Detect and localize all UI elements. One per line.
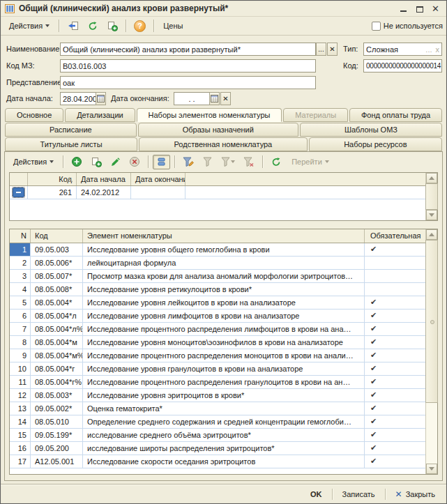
ok-button[interactable]: OK [306, 489, 326, 500]
clear-filter-button[interactable] [240, 155, 258, 169]
tab[interactable]: Наборы элементов номенклатуры [137, 108, 282, 122]
cell-element[interactable]: Исследование уровня ретикулоцитов в кров… [83, 283, 365, 296]
name-select-button[interactable]: ... [316, 43, 326, 56]
elements-table-row[interactable]: 16 09.05.200 исследование широты распред… [10, 442, 425, 455]
close-button[interactable]: ✕ Закрыть [391, 488, 439, 501]
cell-element[interactable]: Оценка гематокрита* [83, 402, 365, 415]
cell-element[interactable]: Исследование процентного распределения л… [83, 323, 365, 335]
cell-required-checkmark[interactable]: ✔ [365, 429, 425, 441]
elements-table-row[interactable]: 1 09.05.003 Исследование уровня общего г… [10, 243, 425, 257]
cell-n[interactable]: 1 [10, 243, 31, 256]
cell-required-checkmark[interactable]: ✔ [365, 310, 425, 322]
cell-n[interactable]: 13 [10, 402, 31, 415]
cell-code[interactable]: 08.05.008* [31, 283, 83, 296]
prices-button[interactable]: Цены [158, 19, 188, 33]
elements-table-row[interactable]: 2 08.05.006* лейкоцитарная формула [10, 257, 425, 270]
header-date-end[interactable]: Дата окончания [131, 173, 185, 185]
elements-table-row[interactable]: 15 09.05.199* исследование среднего объё… [10, 429, 425, 442]
cell-required-checkmark[interactable] [365, 270, 425, 282]
cell-element[interactable]: лейкоцитарная формула [83, 257, 365, 269]
cell-n[interactable]: 5 [10, 296, 31, 309]
elements-table-row[interactable]: 6 08.05.004*л Исследование уровня лимфоц… [10, 310, 425, 323]
scroll-down-icon[interactable] [426, 210, 437, 220]
date-start-calendar-button[interactable] [96, 92, 106, 105]
tab[interactable]: Фонд оплаты труда [349, 108, 442, 122]
not-used-checkbox[interactable] [372, 22, 381, 31]
cell-element[interactable]: Исследование уровня лимфоцитов в крови н… [83, 310, 365, 322]
cell-code[interactable]: 261 [28, 186, 77, 199]
elements-table-row[interactable]: 10 08.05.004*г Исследование уровня грану… [10, 362, 425, 376]
elements-table-row[interactable]: 11 08.05.004*г% Исследование процентного… [10, 376, 425, 389]
cell-element[interactable]: Исследование скорости оседания эритроцит… [83, 455, 365, 468]
cell-code[interactable]: A12.05.001 [31, 455, 83, 468]
scroll-down-icon[interactable] [426, 464, 437, 474]
cell-code[interactable]: 08.05.010 [31, 415, 83, 428]
elements-table-row[interactable]: 14 08.05.010 Определение среднего содерж… [10, 415, 425, 429]
cell-element[interactable]: Исследование уровня гранулоцитов в крови… [83, 362, 365, 375]
presentation-input[interactable]: оак [60, 76, 316, 89]
help-button[interactable]: ? [130, 19, 149, 33]
cell-required-checkmark[interactable] [365, 283, 425, 296]
cell-element[interactable]: Исследование уровня моноцитов\эозинофило… [83, 336, 365, 349]
goto-menu-button[interactable]: Перейти [287, 155, 334, 169]
cell-code[interactable]: 09.05.200 [31, 442, 83, 455]
cell-date-end[interactable] [131, 186, 185, 199]
save-button[interactable]: Записать [338, 489, 379, 500]
name-clear-button[interactable]: ✕ [327, 43, 338, 56]
refresh-table-button[interactable] [267, 155, 285, 169]
type-input[interactable]: Сложная ...x [363, 43, 442, 56]
cell-required-checkmark[interactable]: ✔ [365, 323, 425, 335]
cell-element[interactable]: Просмотр мазка крови для анализа аномали… [83, 270, 365, 282]
elements-table-row[interactable]: 9 08.05.004*м% Исследование процентного … [10, 349, 425, 362]
elements-table-row[interactable]: 17 A12.05.001 Исследование скорости осед… [10, 455, 425, 468]
cell-code[interactable]: 08.05.004*г% [31, 376, 83, 388]
filter-history-button[interactable] [218, 155, 238, 169]
cell-required-checkmark[interactable]: ✔ [365, 455, 425, 468]
date-end-clear-button[interactable]: ✕ [220, 92, 231, 105]
header-n[interactable]: N [10, 229, 31, 243]
cell-required-checkmark[interactable]: ✔ [365, 296, 425, 309]
cell-required-checkmark[interactable]: ✔ [365, 376, 425, 388]
elements-table-row[interactable]: 5 08.05.004* Исследование уровня лейкоци… [10, 296, 425, 310]
cell-code[interactable]: 08.05.004*л% [31, 323, 83, 335]
cell-required-checkmark[interactable]: ✔ [365, 349, 425, 362]
delete-row-button[interactable] [126, 155, 144, 169]
cell-code[interactable]: 08.05.007* [31, 270, 83, 282]
cell-element[interactable]: исследование широты распределения эритро… [83, 442, 365, 455]
name-input[interactable]: Общий (клинический) анализ крови разверн… [60, 43, 316, 56]
tab[interactable]: Материалы [283, 108, 348, 122]
date-end-calendar-button[interactable] [209, 92, 220, 105]
cell-required-checkmark[interactable]: ✔ [365, 415, 425, 428]
header-date-start[interactable]: Дата начала [77, 173, 131, 185]
scroll-up-icon[interactable] [426, 173, 437, 183]
tab[interactable]: Образы назначений [138, 123, 298, 137]
cell-element[interactable]: исследование среднего объёма эритроцитов… [83, 429, 365, 441]
copy-create-button[interactable] [103, 19, 121, 33]
cell-n[interactable]: 7 [10, 323, 31, 335]
code-input[interactable]: 00000000000000000014 [363, 59, 442, 72]
cell-n[interactable]: 14 [10, 415, 31, 428]
cell-n[interactable]: 3 [10, 270, 31, 282]
cell-n[interactable]: 6 [10, 310, 31, 322]
elements-table-scrollbar[interactable] [425, 229, 437, 474]
cell-required-checkmark[interactable]: ✔ [365, 402, 425, 415]
tab[interactable]: Титульные листы [5, 137, 137, 151]
cell-code[interactable]: 08.05.004* [31, 296, 83, 309]
cell-required-checkmark[interactable]: ✔ [365, 336, 425, 349]
mz-code-input[interactable]: B03.016.003 [60, 59, 316, 72]
cell-code[interactable]: 08.05.004*м [31, 336, 83, 349]
sets-table-scrollbar[interactable] [425, 173, 437, 220]
scrollbar-thumb[interactable] [425, 240, 438, 403]
add-row-button[interactable] [68, 155, 86, 169]
cell-required-checkmark[interactable]: ✔ [365, 389, 425, 402]
cell-date-start[interactable]: 24.02.2012 [77, 186, 131, 199]
cell-n[interactable]: 12 [10, 389, 31, 402]
cell-code[interactable]: 09.05.199* [31, 429, 83, 441]
maximize-icon[interactable] [414, 3, 425, 14]
date-start-input[interactable]: 28.04.2006 [60, 92, 96, 105]
table-actions-menu-button[interactable]: Действия [8, 155, 59, 169]
cell-n[interactable]: 8 [10, 336, 31, 349]
minimize-icon[interactable] [397, 3, 409, 14]
cell-required-checkmark[interactable]: ✔ [365, 243, 425, 256]
actions-menu-button[interactable]: Действия [4, 19, 54, 33]
